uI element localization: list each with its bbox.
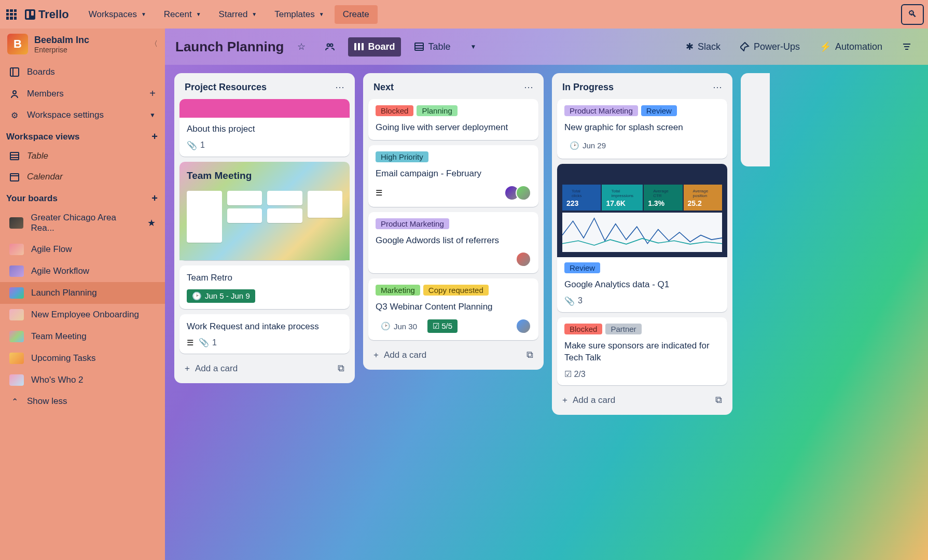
card[interactable]: Team Meeting bbox=[179, 162, 350, 260]
chevron-down-icon: ▼ bbox=[319, 11, 324, 17]
checklist-badge[interactable]: ☑ 2/3 bbox=[564, 369, 586, 379]
sidebar-board-item[interactable]: Greater Chicago Area Rea... ★ bbox=[0, 207, 165, 239]
avatar[interactable] bbox=[516, 251, 531, 267]
date-badge[interactable]: 🕑Jun 29 bbox=[564, 139, 611, 152]
card-label[interactable]: Marketing bbox=[376, 285, 420, 296]
search-button[interactable]: 🔍︎ bbox=[901, 4, 924, 25]
card-title: New graphic for splash screen bbox=[564, 121, 720, 134]
list-header: Next ⋯ bbox=[368, 79, 538, 94]
card-label[interactable]: High Priority bbox=[376, 151, 428, 162]
chevron-down-icon: ▼ bbox=[252, 11, 257, 17]
list-title[interactable]: Project Resources bbox=[185, 82, 267, 93]
sidebar-board-item[interactable]: Launch Planning bbox=[0, 282, 165, 304]
star-icon[interactable]: ★ bbox=[147, 217, 156, 229]
svg-rect-3 bbox=[10, 152, 19, 160]
add-card-button[interactable]: +Add a card⧉ bbox=[368, 345, 538, 365]
star-icon: ☆ bbox=[297, 41, 306, 52]
sidebar-view-table[interactable]: Table bbox=[0, 146, 165, 166]
sidebar-board-item[interactable]: Agile Flow bbox=[0, 239, 165, 260]
checklist-badge[interactable]: ☑ 5/5 bbox=[427, 319, 458, 333]
card[interactable]: High PriorityEmail campaign - February☰ bbox=[368, 145, 538, 207]
list-peek[interactable] bbox=[741, 73, 770, 166]
sidebar-view-calendar[interactable]: Calendar bbox=[0, 166, 165, 187]
sidebar-board-item[interactable]: Upcoming Tasks bbox=[0, 347, 165, 369]
nav-recent[interactable]: Recent▼ bbox=[157, 5, 209, 24]
card[interactable]: About this project📎1 bbox=[179, 99, 350, 157]
card-label[interactable]: Blocked bbox=[376, 105, 413, 116]
nav-workspaces[interactable]: Workspaces▼ bbox=[81, 5, 154, 24]
add-board-icon[interactable]: + bbox=[151, 192, 158, 204]
avatar[interactable] bbox=[516, 318, 531, 334]
date-badge[interactable]: 🕑Jun 5 - Jun 9 bbox=[187, 289, 255, 303]
card-cover-chart: Total clicks223Total impressions17.6KAve… bbox=[557, 164, 727, 257]
card-label[interactable]: Blocked bbox=[564, 324, 602, 334]
card-label[interactable]: Review bbox=[564, 262, 600, 273]
card[interactable]: BlockedPlanningGoing live with server de… bbox=[368, 99, 538, 140]
trello-logo[interactable]: Trello bbox=[25, 8, 69, 21]
card[interactable]: Work Request and intake process☰📎1 bbox=[179, 314, 350, 354]
slack-button[interactable]: ✱Slack bbox=[680, 37, 727, 57]
list-title[interactable]: Next bbox=[373, 82, 394, 93]
sidebar-board-item[interactable]: New Employee Onboarding bbox=[0, 304, 165, 326]
board-members-button[interactable] bbox=[319, 38, 341, 55]
card[interactable]: BlockedPartnerMake sure sponsors are ind… bbox=[557, 317, 727, 386]
list-menu-icon[interactable]: ⋯ bbox=[713, 81, 723, 93]
template-icon[interactable]: ⧉ bbox=[338, 363, 344, 374]
board-view-button[interactable]: Board bbox=[348, 37, 401, 57]
table-view-button[interactable]: Table bbox=[408, 37, 456, 57]
add-view-icon[interactable]: + bbox=[151, 131, 158, 143]
date-badge[interactable]: 🕑Jun 30 bbox=[376, 319, 422, 333]
template-icon[interactable]: ⧉ bbox=[715, 395, 722, 405]
sidebar-board-item[interactable]: Who's Who 2 bbox=[0, 369, 165, 391]
card[interactable]: Total clicks223Total impressions17.6KAve… bbox=[557, 164, 727, 312]
list-title[interactable]: In Progress bbox=[562, 82, 614, 93]
card-label[interactable]: Planning bbox=[417, 105, 457, 116]
filter-button[interactable] bbox=[896, 38, 918, 55]
star-board-button[interactable]: ☆ bbox=[291, 37, 312, 57]
list-header: Project Resources ⋯ bbox=[179, 79, 350, 94]
card-label[interactable]: Review bbox=[641, 105, 677, 116]
card-label[interactable]: Product Marketing bbox=[564, 105, 638, 116]
card[interactable]: Team Retro🕑Jun 5 - Jun 9 bbox=[179, 265, 350, 309]
card-members[interactable] bbox=[520, 251, 531, 267]
card-members[interactable] bbox=[508, 185, 531, 201]
nav-templates[interactable]: Templates▼ bbox=[267, 5, 331, 24]
chevron-down-icon[interactable]: ▼ bbox=[149, 111, 156, 119]
board-name-label: Greater Chicago Area Rea... bbox=[31, 213, 140, 233]
list-menu-icon[interactable]: ⋯ bbox=[335, 81, 345, 93]
apps-icon[interactable] bbox=[5, 8, 18, 21]
sidebar-board-item[interactable]: Team Meeting bbox=[0, 326, 165, 347]
automation-button[interactable]: ⚡Automation bbox=[813, 37, 889, 57]
board-name-label: Upcoming Tasks bbox=[31, 353, 95, 363]
workspace-badge: B bbox=[7, 34, 28, 54]
add-member-icon[interactable]: + bbox=[149, 88, 156, 100]
card-label[interactable]: Partner bbox=[605, 324, 641, 334]
sidebar-boards[interactable]: Boards bbox=[0, 62, 165, 82]
chevron-up-icon: ⌃ bbox=[9, 396, 20, 407]
add-card-button[interactable]: +Add a card⧉ bbox=[557, 390, 727, 410]
card-label[interactable]: Copy requested bbox=[423, 285, 489, 296]
card[interactable]: MarketingCopy requestedQ3 Webinar Conten… bbox=[368, 278, 538, 340]
view-switcher-button[interactable]: ▼ bbox=[464, 39, 483, 54]
sidebar-members[interactable]: Members + bbox=[0, 82, 165, 105]
card[interactable]: Product MarketingReviewNew graphic for s… bbox=[557, 99, 727, 159]
collapse-sidebar-icon[interactable]: 〈 bbox=[150, 39, 158, 49]
board-name[interactable]: Launch Planning bbox=[175, 39, 284, 55]
template-icon[interactable]: ⧉ bbox=[527, 349, 533, 360]
list-menu-icon[interactable]: ⋯ bbox=[524, 81, 534, 93]
lists-container: Project Resources ⋯About this project📎1 … bbox=[165, 65, 928, 560]
sidebar-settings[interactable]: ⚙ Workspace settings ▼ bbox=[0, 105, 165, 125]
nav-starred[interactable]: Starred▼ bbox=[212, 5, 265, 24]
sidebar: B Beebalm Inc Enterprise 〈 Boards Member… bbox=[0, 29, 165, 560]
add-card-button[interactable]: +Add a card⧉ bbox=[179, 359, 350, 378]
avatar[interactable] bbox=[516, 185, 531, 201]
card-label[interactable]: Product Marketing bbox=[376, 218, 449, 229]
sidebar-board-item[interactable]: Agile Workflow bbox=[0, 260, 165, 282]
sidebar-show-less[interactable]: ⌃ Show less bbox=[0, 391, 165, 412]
card[interactable]: Product MarketingGoogle Adwords list of … bbox=[368, 212, 538, 274]
card-members[interactable] bbox=[520, 318, 531, 334]
create-button[interactable]: Create bbox=[335, 5, 378, 24]
board-area: Launch Planning ☆ Board Table ▼ ✱Slack P… bbox=[165, 29, 928, 560]
board-name-label: Who's Who 2 bbox=[31, 375, 84, 385]
powerups-button[interactable]: Power-Ups bbox=[734, 37, 806, 57]
